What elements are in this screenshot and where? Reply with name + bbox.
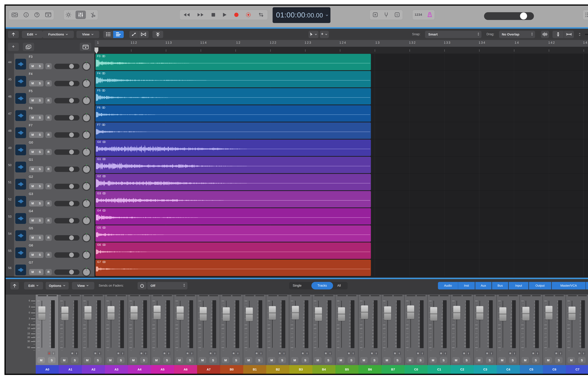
svg-text:S: S bbox=[396, 13, 398, 16]
